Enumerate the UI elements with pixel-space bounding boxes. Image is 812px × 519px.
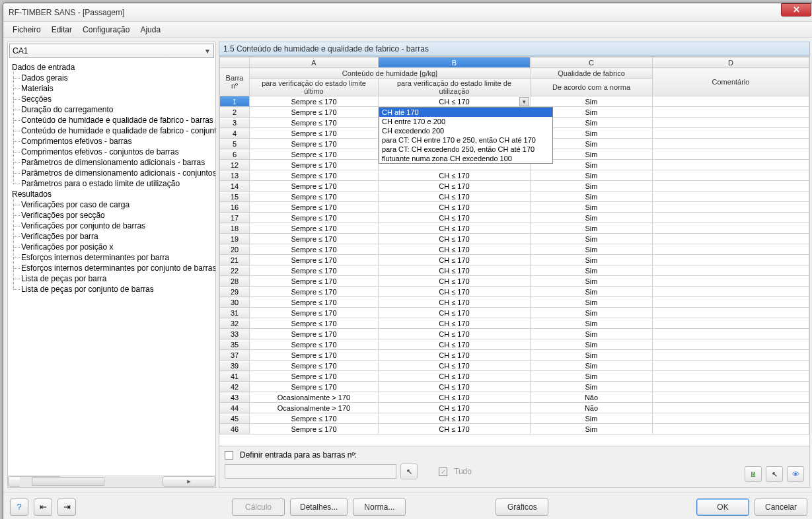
- cell-c[interactable]: Sim: [531, 276, 653, 287]
- cell-d[interactable]: [653, 297, 809, 308]
- cell-b[interactable]: CH ≤ 170: [379, 392, 531, 403]
- cell-c[interactable]: Sim: [531, 170, 653, 181]
- cell-b[interactable]: CH ≤ 170: [379, 191, 531, 202]
- tree-item[interactable]: Conteúdo de humidade e qualidade de fabr…: [9, 115, 214, 125]
- col-letter-d[interactable]: D: [653, 57, 809, 68]
- row-header[interactable]: 5: [220, 139, 250, 149]
- cell-d[interactable]: [653, 413, 809, 424]
- row-header[interactable]: 19: [220, 234, 250, 244]
- row-header[interactable]: 21: [220, 255, 250, 265]
- cell-c[interactable]: Não: [531, 392, 653, 403]
- tree-item[interactable]: Esforços internos determinantes por conj…: [9, 263, 214, 273]
- cell-a[interactable]: Sempre ≤ 170: [250, 191, 379, 202]
- cell-b[interactable]: CH ≤ 170: [379, 234, 531, 244]
- cell-b[interactable]: CH ≤ 170: [379, 329, 531, 339]
- cell-a[interactable]: Sempre ≤ 170: [250, 96, 379, 107]
- cell-a[interactable]: Sempre ≤ 170: [250, 329, 379, 339]
- cell-a[interactable]: Sempre ≤ 170: [250, 107, 379, 118]
- cell-c[interactable]: Sim: [531, 287, 653, 297]
- cell-d[interactable]: [653, 160, 809, 170]
- row-header[interactable]: 14: [220, 181, 250, 191]
- col-group-humidity[interactable]: Conteúdo de humidade [g/kg]: [250, 68, 531, 79]
- cell-c[interactable]: Sim: [531, 202, 653, 213]
- cell-c[interactable]: Sim: [531, 371, 653, 382]
- pick-bars-button[interactable]: ↖: [400, 464, 418, 479]
- cell-a[interactable]: Sempre ≤ 170: [250, 297, 379, 308]
- tree-item[interactable]: Comprimentos efetivos - barras: [9, 136, 214, 147]
- cell-d[interactable]: [653, 424, 809, 434]
- cell-c[interactable]: Sim: [531, 350, 653, 361]
- cell-b[interactable]: CH ≤ 170: [379, 403, 531, 413]
- cell-a[interactable]: Sempre ≤ 170: [250, 202, 379, 213]
- row-header[interactable]: 37: [220, 350, 250, 361]
- row-header[interactable]: 4: [220, 128, 250, 139]
- row-header[interactable]: 6: [220, 149, 250, 160]
- nav-horizontal-scrollbar[interactable]: ◄ ►: [8, 475, 215, 487]
- dropdown-item[interactable]: flutuante numa zona CH excedendo 100: [379, 154, 552, 163]
- cell-b[interactable]: CH ≤ 170: [379, 213, 531, 223]
- cell-b[interactable]: CH ≤ 170: [379, 223, 531, 234]
- cell-d[interactable]: [653, 181, 809, 191]
- row-header[interactable]: 42: [220, 382, 250, 392]
- cell-c[interactable]: Sim: [531, 234, 653, 244]
- tree-item[interactable]: Verificações por secção: [9, 210, 214, 221]
- cell-a[interactable]: Sempre ≤ 170: [250, 128, 379, 139]
- cell-d[interactable]: [653, 371, 809, 382]
- pick-view-button[interactable]: ↖: [766, 466, 783, 482]
- cell-c[interactable]: Sim: [531, 244, 653, 255]
- cell-a[interactable]: Sempre ≤ 170: [250, 371, 379, 382]
- cell-c[interactable]: Sim: [531, 339, 653, 350]
- cell-b[interactable]: CH ≤ 170: [379, 170, 531, 181]
- tree-item[interactable]: Lista de peças por barra: [9, 273, 214, 284]
- cell-d[interactable]: [653, 139, 809, 149]
- cell-a[interactable]: Sempre ≤ 170: [250, 424, 379, 434]
- cell-a[interactable]: Ocasionalmente > 170: [250, 392, 379, 403]
- dropdown-item[interactable]: para CT: CH entre 170 e 250, então CH at…: [379, 135, 552, 145]
- details-button[interactable]: Detalhes...: [290, 499, 348, 516]
- row-header[interactable]: 18: [220, 223, 250, 234]
- cell-a[interactable]: Sempre ≤ 170: [250, 170, 379, 181]
- dropdown-item[interactable]: CH entre 170 e 200: [379, 117, 552, 126]
- cell-a[interactable]: Sempre ≤ 170: [250, 350, 379, 361]
- dropdown-item[interactable]: CH excedendo 200: [379, 126, 552, 135]
- cell-b[interactable]: CH ≤ 170: [379, 361, 531, 371]
- cell-d[interactable]: [653, 382, 809, 392]
- cell-d[interactable]: [653, 392, 809, 403]
- tree-item[interactable]: Verificações por caso de carga: [9, 199, 214, 210]
- cell-b[interactable]: CH ≤ 170: [379, 244, 531, 255]
- tree-header-results[interactable]: Resultados: [9, 189, 214, 199]
- tree-item[interactable]: Parâmetros para o estado limite de utili…: [9, 178, 214, 189]
- cell-c[interactable]: Sim: [531, 382, 653, 392]
- cell-a[interactable]: Sempre ≤ 170: [250, 276, 379, 287]
- menu-edit[interactable]: Editar: [46, 23, 77, 36]
- cell-d[interactable]: [653, 244, 809, 255]
- cell-d[interactable]: [653, 318, 809, 329]
- tree-item[interactable]: Duração do carregamento: [9, 104, 214, 115]
- row-header[interactable]: 3: [220, 118, 250, 128]
- cell-a[interactable]: Sempre ≤ 170: [250, 244, 379, 255]
- cell-a[interactable]: Sempre ≤ 170: [250, 160, 379, 170]
- define-checkbox[interactable]: [225, 451, 233, 460]
- col-sub-a[interactable]: para verificação do estado limite último: [250, 79, 379, 96]
- cell-c[interactable]: Sim: [531, 191, 653, 202]
- cell-d[interactable]: [653, 339, 809, 350]
- row-header[interactable]: 20: [220, 244, 250, 255]
- row-header[interactable]: 29: [220, 287, 250, 297]
- cell-d[interactable]: [653, 403, 809, 413]
- cell-c[interactable]: Sim: [531, 329, 653, 339]
- menu-file[interactable]: Ficheiro: [7, 23, 46, 36]
- cell-a[interactable]: Sempre ≤ 170: [250, 118, 379, 128]
- col-letter-rowhead[interactable]: [220, 57, 250, 68]
- cell-d[interactable]: [653, 255, 809, 265]
- tree-header-input[interactable]: Dados de entrada: [9, 62, 214, 73]
- cell-b[interactable]: CH ≤ 170: [379, 339, 531, 350]
- menu-config[interactable]: Configuração: [77, 23, 135, 36]
- cancel-button[interactable]: Cancelar: [755, 499, 807, 516]
- row-header[interactable]: 17: [220, 213, 250, 223]
- cell-c[interactable]: Sim: [531, 413, 653, 424]
- cell-a[interactable]: Sempre ≤ 170: [250, 255, 379, 265]
- row-header[interactable]: 2: [220, 107, 250, 118]
- row-header[interactable]: 12: [220, 160, 250, 170]
- cell-b[interactable]: CH ≤ 170: [379, 202, 531, 213]
- dropdown-item[interactable]: CH até 170: [379, 108, 552, 117]
